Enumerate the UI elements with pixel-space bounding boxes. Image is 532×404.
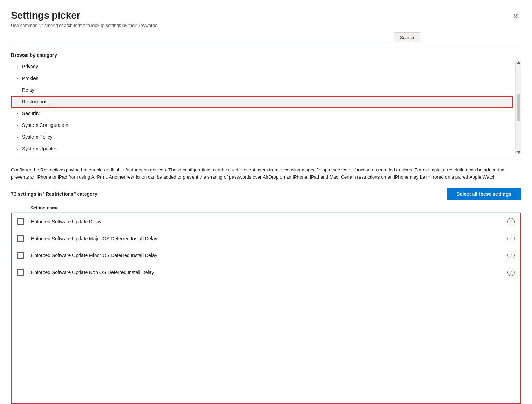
category-list: ›Privacy›ProxiesRelayRestrictions›Securi… <box>11 61 515 154</box>
category-label-restrictions: Restrictions <box>22 99 47 104</box>
scroll-down-arrow[interactable] <box>516 151 521 154</box>
setting-name-s2: Enforced Software Update Major OS Deferr… <box>31 236 504 241</box>
setting-checkbox-s4[interactable] <box>17 269 24 276</box>
browse-by-category-label: Browse by category <box>11 52 521 58</box>
setting-row: Enforced Software Update Non OS Deferred… <box>12 264 520 281</box>
dialog-title: Settings picker <box>11 10 80 21</box>
category-item-system-policy[interactable]: ›System Policy <box>11 131 513 143</box>
category-item-security[interactable]: ›Security <box>11 108 513 119</box>
category-label-proxies: Proxies <box>22 75 38 81</box>
close-button[interactable]: ✕ <box>510 11 521 21</box>
search-button[interactable]: Search <box>394 32 420 42</box>
setting-name-s4: Enforced Software Update Non OS Deferred… <box>31 270 504 275</box>
category-label-system-updates: System Updates <box>22 146 58 151</box>
setting-checkbox-s2[interactable] <box>17 235 24 242</box>
dialog-header: Settings picker ✕ <box>11 10 521 21</box>
category-description: Configure the Restrictions payload to en… <box>11 162 521 184</box>
settings-list-area: Enforced Software Update DelayiEnforced … <box>11 213 521 404</box>
search-row: Search <box>11 32 521 42</box>
setting-row: Enforced Software Update Minor OS Deferr… <box>12 247 520 264</box>
select-all-button[interactable]: Select all these settings <box>447 188 521 200</box>
setting-row: Enforced Software Update Delayi <box>12 213 520 230</box>
settings-picker-dialog: Settings picker ✕ Use commas "," among s… <box>0 0 532 404</box>
setting-name-s1: Enforced Software Update Delay <box>31 219 504 224</box>
category-item-system-configuration[interactable]: ›System Configuration <box>11 119 513 131</box>
chevron-right-icon: › <box>14 111 20 116</box>
scroll-up-arrow[interactable] <box>516 61 521 64</box>
chevron-right-icon: › <box>14 134 20 140</box>
chevron-right-icon: › <box>14 75 20 81</box>
info-icon-s3[interactable]: i <box>507 252 515 259</box>
setting-name-s3: Enforced Software Update Minor OS Deferr… <box>31 253 504 258</box>
category-item-proxies[interactable]: ›Proxies <box>11 72 513 84</box>
setting-checkbox-s1[interactable] <box>17 218 24 225</box>
info-icon-s4[interactable]: i <box>507 269 515 276</box>
category-scrollbar[interactable] <box>515 61 521 154</box>
settings-count: 73 settings in "Restrictions" category <box>11 191 97 197</box>
category-label-privacy: Privacy <box>22 64 38 69</box>
setting-checkbox-s3[interactable] <box>17 252 24 259</box>
section-divider <box>11 158 521 158</box>
category-list-area: ›Privacy›ProxiesRelayRestrictions›Securi… <box>11 61 521 154</box>
setting-row: Enforced Software Update Major OS Deferr… <box>12 230 520 247</box>
category-item-system-updates[interactable]: ∨System Updates <box>11 143 513 154</box>
category-item-restrictions[interactable]: Restrictions <box>11 96 513 108</box>
settings-column-header: Setting name <box>11 203 521 213</box>
category-item-privacy[interactable]: ›Privacy <box>11 61 513 72</box>
chevron-down-icon: ∨ <box>14 146 20 151</box>
category-item-relay[interactable]: Relay <box>11 84 513 96</box>
info-icon-s2[interactable]: i <box>507 235 515 242</box>
scroll-thumb[interactable] <box>517 94 520 121</box>
category-label-system-configuration: System Configuration <box>22 122 68 128</box>
category-label-security: Security <box>22 111 40 116</box>
settings-list: Enforced Software Update DelayiEnforced … <box>11 213 521 404</box>
info-icon-s1[interactable]: i <box>507 218 515 225</box>
top-divider <box>11 49 521 49</box>
search-input[interactable] <box>11 32 391 42</box>
settings-header: 73 settings in "Restrictions" category S… <box>11 188 521 200</box>
chevron-right-icon: › <box>14 122 20 128</box>
category-label-system-policy: System Policy <box>22 134 52 140</box>
dialog-subtitle: Use commas "," among search terms to loo… <box>11 23 521 28</box>
chevron-right-icon: › <box>14 64 20 69</box>
category-label-relay: Relay <box>22 87 35 93</box>
